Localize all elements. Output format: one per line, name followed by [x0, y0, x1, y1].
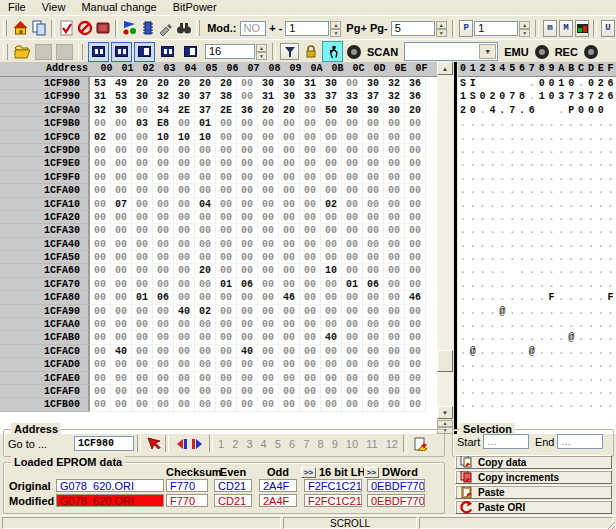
- ascii-char-cell[interactable]: .: [517, 157, 527, 170]
- ascii-char-cell[interactable]: .: [547, 398, 557, 411]
- hex-byte-cell[interactable]: 00: [342, 131, 363, 144]
- ascii-char-cell[interactable]: .: [596, 264, 606, 277]
- hex-byte-cell[interactable]: 30: [342, 104, 363, 117]
- hex-byte-cell[interactable]: 00: [384, 171, 405, 184]
- hex-byte-cell[interactable]: 00: [153, 264, 174, 277]
- hex-byte-cell[interactable]: 00: [384, 305, 405, 318]
- view-mode-2-icon[interactable]: [111, 42, 132, 62]
- hex-byte-cell[interactable]: 00: [279, 398, 300, 411]
- hex-byte-cell[interactable]: 00: [258, 305, 279, 318]
- ascii-char-cell[interactable]: .: [566, 157, 576, 170]
- hex-byte-cell[interactable]: 00: [363, 385, 384, 398]
- ascii-char-cell[interactable]: .: [468, 385, 478, 398]
- hex-byte-cell[interactable]: 00: [342, 157, 363, 170]
- ascii-char-cell[interactable]: .: [556, 238, 566, 251]
- maroon-box-icon[interactable]: [95, 19, 111, 38]
- ascii-char-cell[interactable]: .: [547, 331, 557, 344]
- ascii-char-cell[interactable]: .: [468, 117, 478, 130]
- hex-byte-cell[interactable]: 00: [321, 224, 342, 237]
- ascii-char-cell[interactable]: .: [566, 251, 576, 264]
- hex-byte-cell[interactable]: 33: [342, 90, 363, 103]
- hex-byte-cell[interactable]: 40: [174, 305, 195, 318]
- ascii-char-cell[interactable]: .: [488, 385, 498, 398]
- ascii-char-cell[interactable]: .: [547, 305, 557, 318]
- hex-byte-cell[interactable]: 00: [174, 211, 195, 224]
- ascii-char-cell[interactable]: .: [458, 305, 468, 318]
- hex-byte-cell[interactable]: 00: [405, 131, 426, 144]
- ascii-char-cell[interactable]: F: [547, 291, 557, 304]
- hex-byte-cell[interactable]: 00: [132, 224, 153, 237]
- hex-byte-cell[interactable]: 00: [405, 372, 426, 385]
- increment-value[interactable]: 1: [285, 21, 329, 36]
- flag-icon[interactable]: [122, 19, 138, 38]
- hex-byte-cell[interactable]: 40: [321, 331, 342, 344]
- ascii-char-cell[interactable]: .: [527, 318, 537, 331]
- hex-byte-cell[interactable]: 00: [216, 385, 237, 398]
- hex-byte-cell[interactable]: 30: [363, 77, 384, 90]
- hex-byte-cell[interactable]: 00: [258, 117, 279, 130]
- hex-byte-cell[interactable]: 00: [258, 144, 279, 157]
- hex-byte-cell[interactable]: 30: [384, 104, 405, 117]
- ascii-char-cell[interactable]: 0: [586, 104, 596, 117]
- ascii-char-cell[interactable]: .: [537, 318, 547, 331]
- ascii-char-cell[interactable]: .: [547, 171, 557, 184]
- hex-byte-cell[interactable]: 00: [111, 184, 132, 197]
- hex-byte-cell[interactable]: 00: [90, 278, 111, 291]
- ascii-char-cell[interactable]: S: [458, 77, 468, 90]
- hex-byte-cell[interactable]: 00: [153, 398, 174, 411]
- page-p-icon[interactable]: P: [459, 20, 473, 37]
- ascii-char-cell[interactable]: .: [606, 251, 616, 264]
- ascii-char-cell[interactable]: .: [606, 198, 616, 211]
- ascii-char-cell[interactable]: 0: [537, 77, 547, 90]
- spin-up-icon[interactable]: ▲: [437, 420, 453, 427]
- hex-byte-cell[interactable]: 00: [90, 211, 111, 224]
- hex-byte-cell[interactable]: 00: [195, 224, 216, 237]
- hex-byte-cell[interactable]: 00: [216, 131, 237, 144]
- ascii-char-cell[interactable]: .: [566, 211, 576, 224]
- hex-byte-cell[interactable]: 00: [279, 331, 300, 344]
- ascii-char-cell[interactable]: .: [478, 358, 488, 371]
- hex-byte-cell[interactable]: 00: [195, 171, 216, 184]
- ascii-char-cell[interactable]: .: [537, 305, 547, 318]
- ascii-char-cell[interactable]: .: [468, 331, 478, 344]
- hex-byte-cell[interactable]: 00: [90, 331, 111, 344]
- ascii-char-cell[interactable]: .: [488, 211, 498, 224]
- hex-byte-cell[interactable]: 07: [111, 198, 132, 211]
- ascii-char-cell[interactable]: .: [527, 224, 537, 237]
- hex-byte-cell[interactable]: 00: [321, 251, 342, 264]
- ascii-char-cell[interactable]: .: [586, 198, 596, 211]
- hex-byte-cell[interactable]: 00: [363, 305, 384, 318]
- ascii-char-cell[interactable]: .: [586, 291, 596, 304]
- ascii-char-cell[interactable]: .: [497, 331, 507, 344]
- hex-byte-cell[interactable]: 50: [321, 104, 342, 117]
- ascii-char-cell[interactable]: .: [458, 224, 468, 237]
- hex-byte-cell[interactable]: 00: [321, 171, 342, 184]
- hex-byte-cell[interactable]: 00: [279, 157, 300, 170]
- hex-byte-cell[interactable]: 00: [279, 238, 300, 251]
- menu-manual-change[interactable]: Manual change: [73, 0, 164, 15]
- hex-byte-cell[interactable]: 53: [90, 77, 111, 90]
- ascii-char-cell[interactable]: .: [606, 358, 616, 371]
- hex-byte-cell[interactable]: 00: [111, 157, 132, 170]
- hex-byte-cell[interactable]: 00: [258, 224, 279, 237]
- ascii-char-cell[interactable]: .: [596, 251, 606, 264]
- page-button[interactable]: 11: [366, 438, 377, 450]
- hex-byte-cell[interactable]: 00: [363, 117, 384, 130]
- hex-byte-cell[interactable]: 00: [321, 238, 342, 251]
- hex-byte-cell[interactable]: 00: [174, 264, 195, 277]
- hex-byte-cell[interactable]: 31: [90, 90, 111, 103]
- ascii-char-cell[interactable]: .: [468, 238, 478, 251]
- ascii-char-cell[interactable]: .: [596, 385, 606, 398]
- ascii-char-cell[interactable]: .: [468, 291, 478, 304]
- ascii-char-cell[interactable]: .: [547, 251, 557, 264]
- hex-byte-cell[interactable]: 00: [195, 238, 216, 251]
- ascii-char-cell[interactable]: .: [517, 117, 527, 130]
- ascii-char-cell[interactable]: .: [458, 117, 468, 130]
- hex-byte-cell[interactable]: 00: [405, 157, 426, 170]
- ascii-char-cell[interactable]: .: [478, 331, 488, 344]
- ascii-char-cell[interactable]: .: [478, 224, 488, 237]
- ascii-char-cell[interactable]: .: [488, 144, 498, 157]
- record-ring-icon[interactable]: [347, 45, 361, 59]
- red-pointer-icon[interactable]: [145, 434, 161, 453]
- ascii-char-cell[interactable]: .: [606, 131, 616, 144]
